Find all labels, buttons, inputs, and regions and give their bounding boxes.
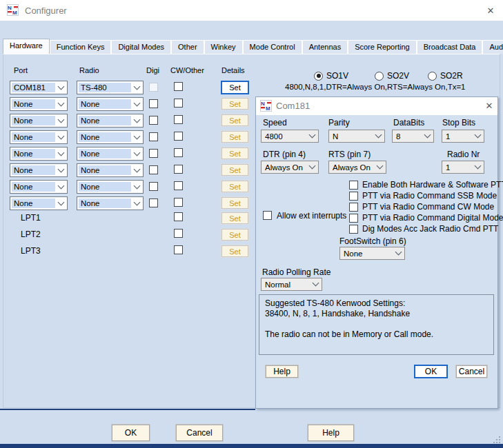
port-select-6[interactable]: None <box>10 163 68 177</box>
cw-other-checkbox-5[interactable] <box>174 148 183 157</box>
radio-select-5[interactable]: None <box>77 147 144 161</box>
cw-other-checkbox-lpt3[interactable] <box>174 245 183 254</box>
cw-other-checkbox-7[interactable] <box>174 181 183 190</box>
chevron-down-icon[interactable] <box>306 135 318 137</box>
stopbits-select[interactable]: 1 <box>442 130 484 143</box>
chevron-down-icon[interactable] <box>373 135 384 137</box>
tab-other[interactable]: Other <box>171 40 204 54</box>
set-button-5[interactable]: Set <box>221 147 248 159</box>
chevron-down-icon[interactable] <box>393 252 404 254</box>
dialog-cancel-button[interactable]: Cancel <box>456 365 487 378</box>
chevron-down-icon[interactable] <box>55 87 67 89</box>
digi-checkbox-6[interactable] <box>149 165 158 174</box>
chevron-down-icon[interactable] <box>55 186 67 188</box>
set-button-4[interactable]: Set <box>221 131 248 143</box>
chevron-down-icon[interactable] <box>131 136 143 139</box>
port-select-4[interactable]: None <box>10 130 68 144</box>
radio-select-4[interactable]: None <box>77 130 144 144</box>
set-button-3[interactable]: Set <box>221 114 248 126</box>
dtr-select[interactable]: Always On <box>261 161 319 174</box>
ptt-option-row[interactable]: Dig Modes Acc Jack Radio Cmd PTT <box>349 225 503 234</box>
dialog-close-icon[interactable]: ✕ <box>483 99 495 112</box>
radio-select-6[interactable]: None <box>77 163 144 177</box>
ptt-option-row[interactable]: PTT via Radio Command CW Mode <box>349 203 503 212</box>
radio-nr-select[interactable]: 1 <box>442 161 484 174</box>
radio-so2v[interactable]: SO2V <box>375 71 409 81</box>
digi-checkbox-2[interactable] <box>149 99 158 108</box>
close-icon[interactable]: ✕ <box>484 4 497 17</box>
set-button-8[interactable]: Set <box>221 197 248 209</box>
chevron-down-icon[interactable] <box>310 283 322 285</box>
radio-select-3[interactable]: None <box>77 114 144 128</box>
chevron-down-icon[interactable] <box>472 166 484 168</box>
tab-hardware[interactable]: Hardware <box>3 39 50 54</box>
set-button-6[interactable]: Set <box>221 164 248 176</box>
radio-so1v[interactable]: SO1V <box>314 71 348 81</box>
set-button-lpt3[interactable]: Set <box>221 245 248 257</box>
chevron-down-icon[interactable] <box>131 103 143 105</box>
chevron-down-icon[interactable] <box>55 203 67 205</box>
set-button-2[interactable]: Set <box>221 98 248 110</box>
speed-select[interactable]: 4800 <box>261 130 319 143</box>
ptt-checkbox-3[interactable] <box>349 203 358 212</box>
digi-checkbox-7[interactable] <box>149 182 158 191</box>
tab-score-reporting[interactable]: Score Reporting <box>348 40 417 54</box>
help-button[interactable]: Help <box>308 425 354 441</box>
chevron-down-icon[interactable] <box>131 170 143 172</box>
ptt-checkbox-1[interactable] <box>349 181 358 190</box>
databits-select[interactable]: 8 <box>392 130 434 143</box>
digi-checkbox-8[interactable] <box>149 198 158 207</box>
rts-select[interactable]: Always On <box>328 161 386 174</box>
chevron-down-icon[interactable] <box>131 186 143 188</box>
chevron-down-icon[interactable] <box>131 87 143 89</box>
chevron-down-icon[interactable] <box>55 120 67 122</box>
radio-select-7[interactable]: None <box>77 180 144 194</box>
radio-select-2[interactable]: None <box>77 97 144 111</box>
cw-other-checkbox-lpt1[interactable] <box>174 212 183 221</box>
cw-other-checkbox-8[interactable] <box>174 198 183 207</box>
chevron-down-icon[interactable] <box>374 166 386 168</box>
port-select-8[interactable]: None <box>10 196 68 210</box>
set-button-lpt2[interactable]: Set <box>221 229 248 241</box>
chevron-down-icon[interactable] <box>55 153 67 155</box>
digi-checkbox-4[interactable] <box>149 132 158 141</box>
allow-ext-interrupts-checkbox[interactable] <box>263 211 272 220</box>
port-select-2[interactable]: None <box>10 97 68 111</box>
set-button-lpt1[interactable]: Set <box>221 212 248 224</box>
chevron-down-icon[interactable] <box>131 203 143 205</box>
ptt-checkbox-4[interactable] <box>349 214 358 223</box>
cw-other-checkbox-3[interactable] <box>174 115 183 124</box>
chevron-down-icon[interactable] <box>422 135 433 137</box>
dialog-help-button[interactable]: Help <box>266 365 298 378</box>
cancel-button[interactable]: Cancel <box>176 425 223 441</box>
digi-checkbox-5[interactable] <box>149 149 158 158</box>
footswitch-select[interactable]: None <box>339 247 405 260</box>
port-select-3[interactable]: None <box>10 114 68 128</box>
chevron-down-icon[interactable] <box>55 103 67 105</box>
ok-button[interactable]: OK <box>112 425 150 441</box>
port-select-1[interactable]: COM181 <box>10 81 68 94</box>
ptt-option-row[interactable]: Enable Both Hardware & Software PTT <box>349 181 503 190</box>
parity-select[interactable]: N <box>328 130 385 143</box>
chevron-down-icon[interactable] <box>306 166 318 168</box>
tab-winkey[interactable]: Winkey <box>204 40 243 54</box>
set-button-1[interactable]: Set <box>221 81 249 94</box>
radio-select-1[interactable]: TS-480 <box>77 81 144 94</box>
radio-polling-rate-select[interactable]: Normal <box>261 278 322 291</box>
cw-other-checkbox-1[interactable] <box>174 82 183 91</box>
chevron-down-icon[interactable] <box>131 153 143 155</box>
ptt-option-row[interactable]: PTT via Radio Command Digital Mode <box>349 214 503 223</box>
set-button-7[interactable]: Set <box>221 181 248 192</box>
cw-other-checkbox-lpt2[interactable] <box>174 229 183 238</box>
tab-audio[interactable]: Audio <box>482 40 503 54</box>
dialog-ok-button[interactable]: OK <box>414 365 448 378</box>
port-select-7[interactable]: None <box>10 180 68 194</box>
tab-function-keys[interactable]: Function Keys <box>50 40 112 54</box>
chevron-down-icon[interactable] <box>55 170 67 172</box>
radio-so2r[interactable]: SO2R <box>428 71 463 81</box>
tab-antennas[interactable]: Antennas <box>302 40 348 54</box>
resize-grip[interactable] <box>493 436 500 443</box>
radio-select-8[interactable]: None <box>77 196 144 210</box>
cw-other-checkbox-2[interactable] <box>174 99 183 108</box>
chevron-down-icon[interactable] <box>55 136 67 139</box>
